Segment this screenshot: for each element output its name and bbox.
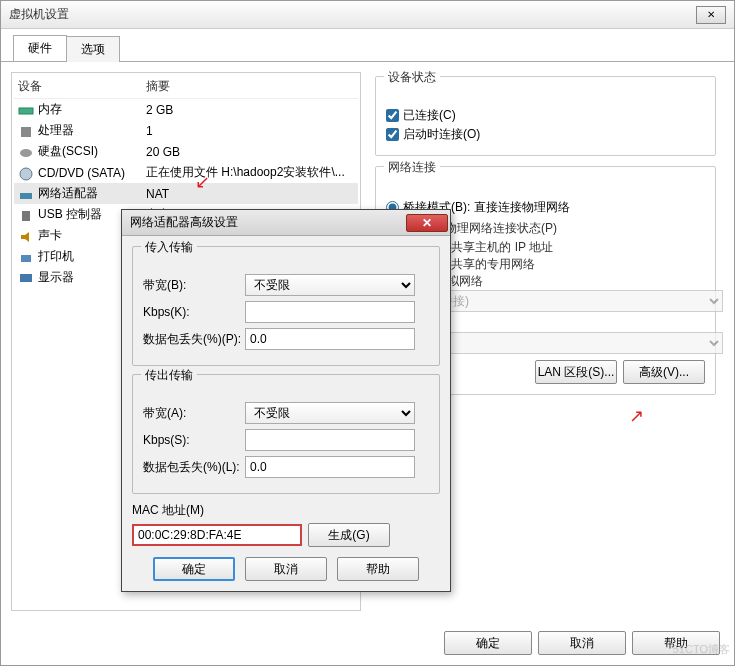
printer-icon xyxy=(18,250,34,264)
device-row[interactable]: 内存2 GB xyxy=(14,99,358,120)
svg-marker-6 xyxy=(21,232,29,242)
device-row[interactable]: 硬盘(SCSI)20 GB xyxy=(14,141,358,162)
modal-title: 网络适配器高级设置 xyxy=(130,214,238,231)
lan-segments-button[interactable]: LAN 区段(S)... xyxy=(535,360,617,384)
out-loss-label: 数据包丢失(%)(L): xyxy=(143,459,245,476)
in-loss-input[interactable] xyxy=(245,328,415,350)
bridge-combo: (自动桥接) xyxy=(404,290,723,312)
modal-help-button[interactable]: 帮助 xyxy=(337,557,419,581)
col-device: 设备 xyxy=(18,78,146,95)
device-row[interactable]: 处理器1 xyxy=(14,120,358,141)
network-legend: 网络连接 xyxy=(384,159,440,176)
svg-rect-8 xyxy=(20,274,32,282)
sound-icon xyxy=(18,229,34,243)
incoming-group: 传入传输 带宽(B):不受限 Kbps(K): 数据包丢失(%)(P): xyxy=(132,246,440,366)
connected-checkbox[interactable]: 已连接(C) xyxy=(386,107,705,124)
modal-body: 传入传输 带宽(B):不受限 Kbps(K): 数据包丢失(%)(P): 传出传… xyxy=(122,236,450,591)
incoming-legend: 传入传输 xyxy=(141,239,197,256)
modal-cancel-button[interactable]: 取消 xyxy=(245,557,327,581)
mac-label: MAC 地址(M) xyxy=(132,502,440,519)
svg-rect-0 xyxy=(19,108,33,114)
titlebar: 虚拟机设置 ✕ xyxy=(1,1,734,29)
svg-rect-7 xyxy=(21,255,31,262)
svg-rect-5 xyxy=(22,211,30,221)
cancel-button[interactable]: 取消 xyxy=(538,631,626,655)
out-loss-input[interactable] xyxy=(245,456,415,478)
svg-point-3 xyxy=(20,168,32,180)
device-status-legend: 设备状态 xyxy=(384,69,440,86)
window-controls: ✕ xyxy=(696,6,726,24)
cpu-icon xyxy=(18,124,34,138)
out-kbps-label: Kbps(S): xyxy=(143,433,245,447)
lan-combo xyxy=(404,332,723,354)
close-icon[interactable]: ✕ xyxy=(406,214,448,232)
tab-strip: 硬件 选项 xyxy=(1,29,734,61)
out-bandwidth-select[interactable]: 不受限 xyxy=(245,402,415,424)
in-kbps-input[interactable] xyxy=(245,301,415,323)
display-icon xyxy=(18,271,34,285)
advanced-button[interactable]: 高级(V)... xyxy=(623,360,705,384)
in-loss-label: 数据包丢失(%)(P): xyxy=(143,331,245,348)
svg-rect-4 xyxy=(20,193,32,199)
usb-icon xyxy=(18,208,34,222)
tab-options[interactable]: 选项 xyxy=(66,36,120,62)
vm-settings-window: 虚拟机设置 ✕ 硬件 选项 设备 摘要 内存2 GB处理器1硬盘(SCSI)20… xyxy=(0,0,735,666)
disk-icon xyxy=(18,145,34,159)
outgoing-legend: 传出传输 xyxy=(141,367,197,384)
connect-poweron-checkbox[interactable]: 启动时连接(O) xyxy=(386,126,705,143)
in-bandwidth-select[interactable]: 不受限 xyxy=(245,274,415,296)
outgoing-group: 传出传输 带宽(A):不受限 Kbps(S): 数据包丢失(%)(L): xyxy=(132,374,440,494)
ok-button[interactable]: 确定 xyxy=(444,631,532,655)
modal-ok-button[interactable]: 确定 xyxy=(153,557,235,581)
in-bandwidth-label: 带宽(B): xyxy=(143,277,245,294)
memory-icon xyxy=(18,103,34,117)
device-row[interactable]: 网络适配器NAT xyxy=(14,183,358,204)
out-kbps-input[interactable] xyxy=(245,429,415,451)
tab-hardware[interactable]: 硬件 xyxy=(13,35,67,61)
close-icon[interactable]: ✕ xyxy=(696,6,726,24)
advanced-settings-dialog: 网络适配器高级设置 ✕ 传入传输 带宽(B):不受限 Kbps(K): 数据包丢… xyxy=(121,209,451,592)
mac-input[interactable] xyxy=(132,524,302,546)
cd-icon xyxy=(18,166,34,180)
watermark: 51CTO博客 xyxy=(673,642,730,657)
in-kbps-label: Kbps(K): xyxy=(143,305,245,319)
col-summary: 摘要 xyxy=(146,78,170,95)
svg-point-2 xyxy=(20,149,32,157)
device-row[interactable]: CD/DVD (SATA)正在使用文件 H:\hadoop2安装软件\... xyxy=(14,162,358,183)
modal-buttons: 确定 取消 帮助 xyxy=(132,557,440,581)
mac-section: MAC 地址(M) 生成(G) xyxy=(132,502,440,547)
out-bandwidth-label: 带宽(A): xyxy=(143,405,245,422)
svg-rect-1 xyxy=(21,127,31,137)
window-title: 虚拟机设置 xyxy=(9,6,69,23)
device-status-group: 设备状态 已连接(C) 启动时连接(O) xyxy=(375,76,716,156)
net-icon xyxy=(18,187,34,201)
modal-titlebar: 网络适配器高级设置 ✕ xyxy=(122,210,450,236)
device-header: 设备 摘要 xyxy=(14,75,358,99)
generate-button[interactable]: 生成(G) xyxy=(308,523,390,547)
